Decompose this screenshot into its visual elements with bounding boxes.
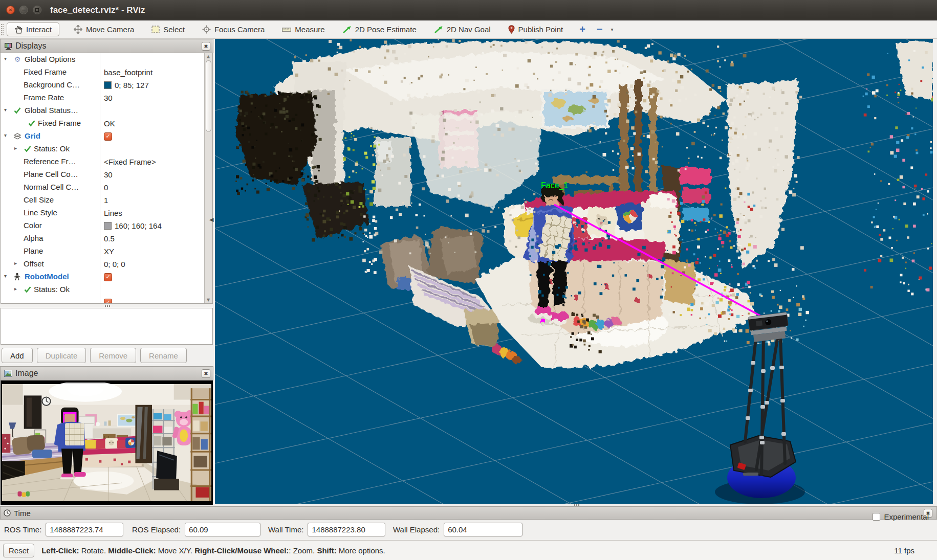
time-field-input[interactable] xyxy=(185,523,260,536)
tree-row[interactable]: Plane Cell Co…30 xyxy=(1,168,212,181)
panel-splitter[interactable] xyxy=(0,304,213,308)
minimize-icon[interactable]: − xyxy=(19,6,28,14)
displays-close-icon[interactable]: ✖ xyxy=(202,42,210,51)
value-text: 0; 0; 0 xyxy=(104,260,125,268)
expand-icon[interactable]: ▸ xyxy=(14,260,17,266)
property-value[interactable]: base_footprint xyxy=(100,66,204,79)
property-value[interactable]: Lines xyxy=(100,207,204,219)
remove-tool-button[interactable]: − xyxy=(593,24,607,35)
collapse-icon[interactable]: ▾ xyxy=(4,273,7,279)
tree-row[interactable]: ▸Offset0; 0; 0 xyxy=(1,258,212,271)
property-value[interactable] xyxy=(100,53,204,66)
move-camera-button[interactable]: Move Camera xyxy=(69,23,139,36)
toolbar-overflow-icon[interactable]: ▾ xyxy=(611,27,614,32)
collapse-icon[interactable]: ▾ xyxy=(4,132,7,138)
tree-row[interactable]: ▾⚙Global Options xyxy=(1,53,212,66)
enabled-checkbox-icon[interactable]: ✓ xyxy=(104,273,112,281)
toolbar: InteractMove CameraSelectFocus CameraMea… xyxy=(0,20,937,39)
property-value[interactable]: ✓ xyxy=(100,130,204,143)
scrollbar-thumb[interactable] xyxy=(206,60,211,132)
tree-row[interactable]: ▾Global Status… xyxy=(1,104,212,117)
time-panel: Time ✖ ROS Time:ROS Elapsed:Wall Time:Wa… xyxy=(0,506,937,540)
reset-button[interactable]: Reset xyxy=(3,544,34,557)
displays-tree[interactable]: ▾⚙Global OptionsFixed Framebase_footprin… xyxy=(1,53,213,304)
scroll-up-icon[interactable]: ▲ xyxy=(207,54,210,59)
property-value[interactable]: 1 xyxy=(100,194,204,207)
property-value[interactable]: ✓ xyxy=(100,296,204,304)
face-label: Face_1 xyxy=(541,181,568,190)
enabled-checkbox-icon[interactable]: ✓ xyxy=(104,132,112,141)
duplicate-button[interactable]: Duplicate xyxy=(37,348,86,363)
status-bar: Reset Left-Click: Rotate. Middle-Click: … xyxy=(0,540,937,560)
property-name: RobotModel xyxy=(25,272,69,281)
toolbar-drag-handle[interactable] xyxy=(1,24,4,35)
enabled-checkbox-icon[interactable]: ✓ xyxy=(104,299,112,304)
tree-row[interactable]: Background C…0; 85; 127 xyxy=(1,79,212,92)
time-field-label: Wall Time: xyxy=(268,525,303,534)
property-value[interactable]: OK xyxy=(100,117,204,130)
interact-button[interactable]: Interact xyxy=(7,23,59,36)
add-tool-button[interactable]: + xyxy=(575,24,590,35)
property-value[interactable]: 0 xyxy=(100,181,204,194)
image-close-icon[interactable]: ✖ xyxy=(202,369,210,378)
remove-button[interactable]: Remove xyxy=(90,348,136,363)
experimental-checkbox[interactable]: Experimental xyxy=(873,512,929,521)
value-text: 0; 85; 127 xyxy=(115,81,149,89)
maximize-icon[interactable] xyxy=(33,6,41,14)
property-value[interactable]: 0; 85; 127 xyxy=(100,79,204,92)
collapse-icon[interactable]: ▾ xyxy=(4,56,7,61)
scroll-down-icon[interactable]: ▼ xyxy=(207,298,210,302)
property-value[interactable]: XY xyxy=(100,245,204,258)
property-value[interactable] xyxy=(100,143,204,155)
collapse-icon[interactable]: ▾ xyxy=(4,107,7,113)
displays-scrollbar[interactable]: ▲ ▼ xyxy=(204,53,212,303)
time-field-input[interactable] xyxy=(308,523,385,536)
tree-row[interactable]: Cell Size1 xyxy=(1,194,212,207)
title-bar: ✕ − face_detect.rviz* - RViz xyxy=(0,0,937,20)
tree-row[interactable]: PlaneXY xyxy=(1,245,212,258)
tree-row[interactable]: Alpha0.5 xyxy=(1,232,212,245)
property-value[interactable]: 0.5 xyxy=(100,232,204,245)
tree-row[interactable]: ▾RobotModel✓ xyxy=(1,271,212,283)
tree-row[interactable]: ✓ xyxy=(1,296,212,304)
property-value[interactable]: 0; 0; 0 xyxy=(100,258,204,271)
time-field-input[interactable] xyxy=(46,523,123,536)
pose-estimate-button[interactable]: 2D Pose Estimate xyxy=(337,23,422,36)
select-button[interactable]: Select xyxy=(146,23,190,36)
property-name: Alpha xyxy=(24,234,43,242)
tree-row[interactable]: ▸Status: Ok xyxy=(1,283,212,296)
tool-label: Measure xyxy=(295,25,324,34)
expand-icon[interactable]: ▸ xyxy=(14,286,17,292)
property-value[interactable]: <Fixed Frame> xyxy=(100,155,204,168)
time-field-input[interactable] xyxy=(444,523,522,536)
property-value[interactable] xyxy=(100,283,204,296)
check-icon xyxy=(24,285,32,294)
tree-row[interactable]: Frame Rate30 xyxy=(1,92,212,104)
property-value[interactable]: 30 xyxy=(100,92,204,104)
close-icon[interactable]: ✕ xyxy=(6,6,15,14)
checkbox-icon[interactable] xyxy=(873,513,880,521)
nav-goal-button[interactable]: 2D Nav Goal xyxy=(429,23,496,36)
panel-collapse-icon[interactable]: ◀ xyxy=(209,216,213,223)
tree-row[interactable]: ▾Grid✓ xyxy=(1,130,212,143)
focus-camera-button[interactable]: Focus Camera xyxy=(197,23,270,36)
tree-row[interactable]: Normal Cell C…0 xyxy=(1,181,212,194)
expand-icon[interactable]: ▸ xyxy=(14,145,17,151)
property-value[interactable]: 160; 160; 164 xyxy=(100,219,204,232)
property-name: Normal Cell C… xyxy=(24,183,79,191)
tree-row[interactable]: ▸Status: Ok xyxy=(1,143,212,155)
property-value[interactable]: ✓ xyxy=(100,271,204,283)
3d-viewport[interactable]: Face_1 xyxy=(215,39,933,506)
rename-button[interactable]: Rename xyxy=(140,348,187,363)
tree-row[interactable]: Reference Fr…<Fixed Frame> xyxy=(1,155,212,168)
property-value[interactable]: 30 xyxy=(100,168,204,181)
measure-button[interactable]: Measure xyxy=(277,23,330,36)
add-button[interactable]: Add xyxy=(2,348,33,363)
tree-row[interactable]: Fixed Framebase_footprint xyxy=(1,66,212,79)
tree-row[interactable]: Color160; 160; 164 xyxy=(1,219,212,232)
tree-row[interactable]: Fixed FrameOK xyxy=(1,117,212,130)
publish-point-button[interactable]: Publish Point xyxy=(503,23,569,36)
property-value[interactable] xyxy=(100,104,204,117)
fps-counter: 11 fps xyxy=(894,546,914,555)
tree-row[interactable]: Line StyleLines xyxy=(1,207,212,219)
